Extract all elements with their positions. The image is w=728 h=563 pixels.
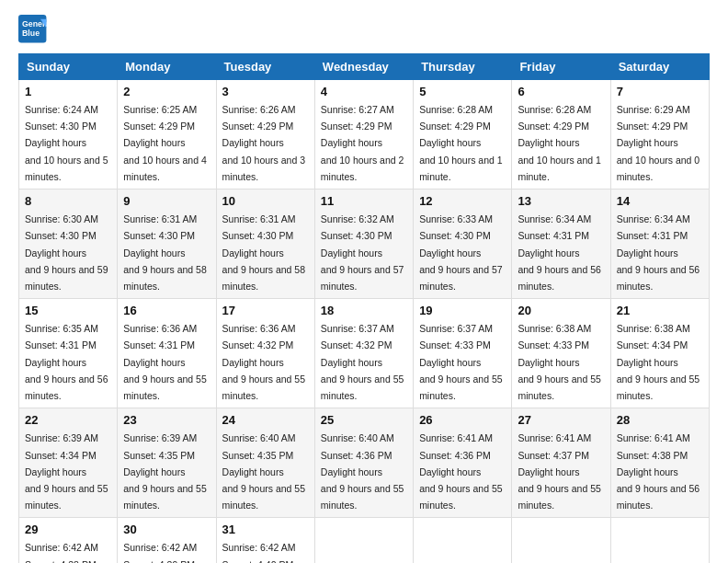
weekday-header-saturday: Saturday xyxy=(610,54,709,80)
day-number: 11 xyxy=(321,194,407,208)
day-number: 7 xyxy=(617,85,703,98)
day-info: Sunrise: 6:34 AMSunset: 4:31 PMDaylight … xyxy=(518,213,601,292)
weekday-header-friday: Friday xyxy=(512,54,610,80)
calendar-cell: 26 Sunrise: 6:41 AMSunset: 4:36 PMDaylig… xyxy=(414,408,512,518)
day-info: Sunrise: 6:34 AMSunset: 4:31 PMDaylight … xyxy=(617,213,700,292)
day-number: 29 xyxy=(25,523,111,536)
weekday-header-tuesday: Tuesday xyxy=(216,54,314,80)
day-number: 27 xyxy=(518,413,604,427)
day-info: Sunrise: 6:41 AMSunset: 4:36 PMDaylight … xyxy=(419,432,503,511)
day-info: Sunrise: 6:24 AMSunset: 4:30 PMDaylight … xyxy=(25,104,108,182)
calendar-cell: 9 Sunrise: 6:31 AMSunset: 4:30 PMDayligh… xyxy=(118,190,216,299)
day-info: Sunrise: 6:33 AMSunset: 4:30 PMDaylight … xyxy=(419,213,503,292)
day-info: Sunrise: 6:32 AMSunset: 4:30 PMDaylight … xyxy=(321,213,404,292)
day-info: Sunrise: 6:27 AMSunset: 4:29 PMDaylight … xyxy=(321,104,404,182)
day-info: Sunrise: 6:36 AMSunset: 4:31 PMDaylight … xyxy=(123,323,207,401)
day-info: Sunrise: 6:31 AMSunset: 4:30 PMDaylight … xyxy=(123,213,207,292)
calendar-cell xyxy=(610,518,709,563)
logo-icon: General Blue xyxy=(18,15,48,44)
day-number: 16 xyxy=(123,304,210,317)
calendar-cell: 14 Sunrise: 6:34 AMSunset: 4:31 PMDaylig… xyxy=(610,190,709,299)
day-number: 19 xyxy=(419,304,506,317)
day-info: Sunrise: 6:28 AMSunset: 4:29 PMDaylight … xyxy=(419,104,503,182)
calendar-week-2: 8 Sunrise: 6:30 AMSunset: 4:30 PMDayligh… xyxy=(19,190,710,299)
day-info: Sunrise: 6:41 AMSunset: 4:37 PMDaylight … xyxy=(518,432,601,511)
day-info: Sunrise: 6:42 AMSunset: 4:38 PMDaylight … xyxy=(25,542,108,563)
day-number: 8 xyxy=(25,194,111,208)
day-info: Sunrise: 6:26 AMSunset: 4:29 PMDaylight … xyxy=(222,104,306,182)
day-number: 17 xyxy=(222,304,309,317)
calendar-cell: 3 Sunrise: 6:26 AMSunset: 4:29 PMDayligh… xyxy=(216,80,314,190)
day-number: 6 xyxy=(518,85,604,98)
calendar-cell: 25 Sunrise: 6:40 AMSunset: 4:36 PMDaylig… xyxy=(314,408,413,518)
calendar-week-1: 1 Sunrise: 6:24 AMSunset: 4:30 PMDayligh… xyxy=(19,80,710,190)
calendar-cell: 30 Sunrise: 6:42 AMSunset: 4:39 PMDaylig… xyxy=(118,518,216,563)
day-info: Sunrise: 6:39 AMSunset: 4:34 PMDaylight … xyxy=(25,432,108,511)
day-number: 28 xyxy=(617,413,703,427)
day-info: Sunrise: 6:28 AMSunset: 4:29 PMDaylight … xyxy=(518,104,601,182)
day-info: Sunrise: 6:36 AMSunset: 4:32 PMDaylight … xyxy=(222,323,306,401)
day-info: Sunrise: 6:37 AMSunset: 4:33 PMDaylight … xyxy=(419,323,503,401)
calendar-cell: 21 Sunrise: 6:38 AMSunset: 4:34 PMDaylig… xyxy=(610,299,709,408)
day-number: 15 xyxy=(25,304,111,317)
day-number: 1 xyxy=(25,85,111,98)
day-info: Sunrise: 6:42 AMSunset: 4:39 PMDaylight … xyxy=(123,542,207,563)
day-number: 14 xyxy=(617,194,703,208)
weekday-header-thursday: Thursday xyxy=(414,54,512,80)
calendar-week-3: 15 Sunrise: 6:35 AMSunset: 4:31 PMDaylig… xyxy=(19,299,710,408)
day-number: 12 xyxy=(419,194,506,208)
day-number: 24 xyxy=(222,413,309,427)
day-number: 31 xyxy=(222,523,309,536)
day-info: Sunrise: 6:30 AMSunset: 4:30 PMDaylight … xyxy=(25,213,108,292)
svg-text:Blue: Blue xyxy=(22,29,40,38)
day-info: Sunrise: 6:35 AMSunset: 4:31 PMDaylight … xyxy=(25,323,108,401)
day-number: 3 xyxy=(222,85,309,98)
calendar-cell: 19 Sunrise: 6:37 AMSunset: 4:33 PMDaylig… xyxy=(414,299,512,408)
day-number: 18 xyxy=(321,304,407,317)
weekday-header-sunday: Sunday xyxy=(19,54,118,80)
calendar-cell: 31 Sunrise: 6:42 AMSunset: 4:40 PMDaylig… xyxy=(216,518,314,563)
day-number: 9 xyxy=(123,194,210,208)
calendar-cell: 10 Sunrise: 6:31 AMSunset: 4:30 PMDaylig… xyxy=(216,190,314,299)
day-number: 23 xyxy=(123,413,210,427)
calendar-table: SundayMondayTuesdayWednesdayThursdayFrid… xyxy=(18,53,710,563)
day-number: 21 xyxy=(617,304,703,317)
day-number: 22 xyxy=(25,413,111,427)
calendar-cell: 23 Sunrise: 6:39 AMSunset: 4:35 PMDaylig… xyxy=(118,408,216,518)
calendar-cell: 28 Sunrise: 6:41 AMSunset: 4:38 PMDaylig… xyxy=(610,408,709,518)
weekday-header-monday: Monday xyxy=(118,54,216,80)
day-info: Sunrise: 6:38 AMSunset: 4:34 PMDaylight … xyxy=(617,323,700,401)
day-info: Sunrise: 6:39 AMSunset: 4:35 PMDaylight … xyxy=(123,432,207,511)
calendar-cell xyxy=(314,518,413,563)
day-info: Sunrise: 6:29 AMSunset: 4:29 PMDaylight … xyxy=(617,104,700,182)
calendar-cell: 18 Sunrise: 6:37 AMSunset: 4:32 PMDaylig… xyxy=(314,299,413,408)
page: General Blue SundayMondayTuesdayWednesda… xyxy=(0,0,728,563)
day-info: Sunrise: 6:37 AMSunset: 4:32 PMDaylight … xyxy=(321,323,404,401)
day-info: Sunrise: 6:25 AMSunset: 4:29 PMDaylight … xyxy=(123,104,207,182)
day-info: Sunrise: 6:40 AMSunset: 4:36 PMDaylight … xyxy=(321,432,404,511)
calendar-cell: 16 Sunrise: 6:36 AMSunset: 4:31 PMDaylig… xyxy=(118,299,216,408)
day-number: 25 xyxy=(321,413,407,427)
calendar-week-5: 29 Sunrise: 6:42 AMSunset: 4:38 PMDaylig… xyxy=(19,518,710,563)
header: General Blue xyxy=(18,15,710,44)
calendar-cell: 6 Sunrise: 6:28 AMSunset: 4:29 PMDayligh… xyxy=(512,80,610,190)
calendar-body: 1 Sunrise: 6:24 AMSunset: 4:30 PMDayligh… xyxy=(19,80,710,564)
calendar-cell: 24 Sunrise: 6:40 AMSunset: 4:35 PMDaylig… xyxy=(216,408,314,518)
calendar-cell: 12 Sunrise: 6:33 AMSunset: 4:30 PMDaylig… xyxy=(414,190,512,299)
day-number: 4 xyxy=(321,85,407,98)
calendar-cell: 11 Sunrise: 6:32 AMSunset: 4:30 PMDaylig… xyxy=(314,190,413,299)
day-number: 2 xyxy=(123,85,210,98)
day-info: Sunrise: 6:42 AMSunset: 4:40 PMDaylight … xyxy=(222,542,306,563)
calendar-cell: 5 Sunrise: 6:28 AMSunset: 4:29 PMDayligh… xyxy=(414,80,512,190)
day-number: 13 xyxy=(518,194,604,208)
calendar-cell: 20 Sunrise: 6:38 AMSunset: 4:33 PMDaylig… xyxy=(512,299,610,408)
calendar-cell: 1 Sunrise: 6:24 AMSunset: 4:30 PMDayligh… xyxy=(19,80,118,190)
calendar-cell: 15 Sunrise: 6:35 AMSunset: 4:31 PMDaylig… xyxy=(19,299,118,408)
day-number: 10 xyxy=(222,194,309,208)
logo: General Blue xyxy=(18,15,50,44)
weekday-header-wednesday: Wednesday xyxy=(314,54,413,80)
calendar-cell xyxy=(512,518,610,563)
calendar-cell: 13 Sunrise: 6:34 AMSunset: 4:31 PMDaylig… xyxy=(512,190,610,299)
day-info: Sunrise: 6:31 AMSunset: 4:30 PMDaylight … xyxy=(222,213,306,292)
day-number: 5 xyxy=(419,85,506,98)
